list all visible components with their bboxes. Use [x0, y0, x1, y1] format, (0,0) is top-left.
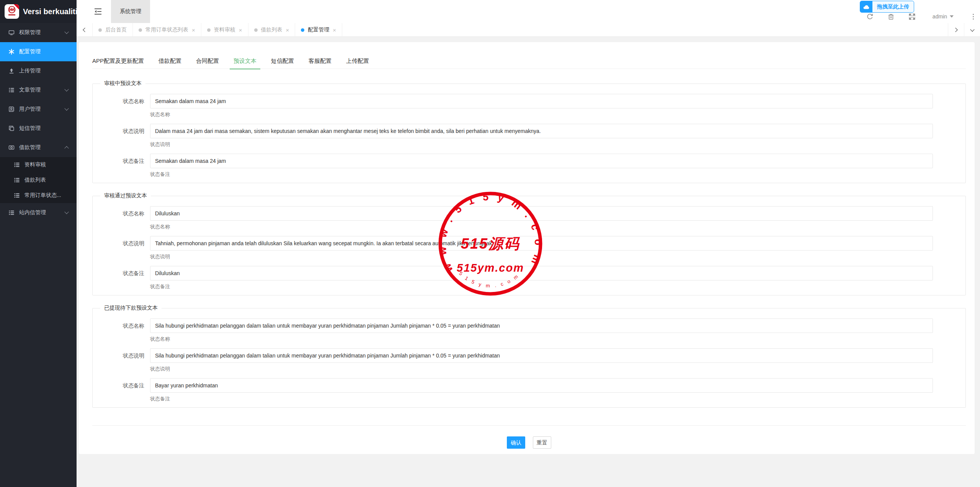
tab-loan-config[interactable]: 借款配置: [158, 53, 181, 69]
article-icon: [8, 87, 15, 93]
fullscreen-icon[interactable]: [908, 13, 916, 20]
tabs-scroll-right-button[interactable]: [948, 23, 964, 37]
field-label: 状态备注: [93, 378, 144, 402]
tab-upload-config[interactable]: 上传配置: [346, 53, 369, 69]
chevron-right-icon: [953, 28, 957, 32]
chevron-down-icon: [970, 27, 974, 31]
collapse-menu-icon[interactable]: [94, 8, 102, 15]
reset-button[interactable]: 重置: [533, 436, 551, 449]
list-icon: [14, 177, 20, 183]
ribbon-icon: [14, 4, 19, 10]
field-label: 状态备注: [93, 266, 144, 290]
tab-data-review[interactable]: 资料审核 ×: [201, 23, 248, 36]
fieldset-legend: 已提现待下款预设文本: [100, 305, 162, 312]
sidebar-item-permission[interactable]: 权限管理: [0, 23, 77, 42]
form-row: 状态名称 状态名称: [93, 206, 965, 236]
tab-customer-service-config[interactable]: 客服配置: [309, 53, 332, 69]
tab-dot-icon: [301, 28, 304, 32]
tab-loan-list[interactable]: 借款列表 ×: [248, 23, 296, 36]
sidebar-item-loan[interactable]: 借款管理: [0, 138, 77, 157]
tabs-menu-button[interactable]: [964, 23, 980, 37]
divider: [92, 425, 966, 426]
tabs-scroll-left-button[interactable]: [77, 23, 93, 37]
app-title: Versi berkualiti: [23, 7, 77, 16]
sidebar-item-label: 上传管理: [19, 67, 41, 74]
tab-dot-icon: [254, 28, 258, 32]
drag-upload-button[interactable]: 拖拽至此上传: [860, 1, 914, 13]
config-tabs: APP配置及更新配置 借款配置 合同配置 预设文本 短信配置 客服配置 上传配置: [92, 53, 966, 69]
config-card: APP配置及更新配置 借款配置 合同配置 预设文本 短信配置 客服配置 上传配置…: [79, 42, 975, 454]
sidebar-item-user[interactable]: 用户管理: [0, 100, 77, 119]
chevron-down-icon: [64, 106, 69, 110]
tab-order-status-list[interactable]: 常用订单状态列表 ×: [133, 23, 201, 36]
close-icon[interactable]: ×: [192, 27, 195, 33]
status-remark-input[interactable]: [150, 378, 933, 393]
monitor-icon: [8, 30, 15, 36]
sidebar-item-order-status[interactable]: 常用订单状态...: [0, 188, 77, 203]
tab-app-config[interactable]: APP配置及更新配置: [92, 53, 144, 69]
field-label: 状态说明: [93, 236, 144, 266]
caret-down-icon: [950, 15, 954, 18]
tab-dashboard[interactable]: 后台首页: [93, 23, 133, 36]
more-options-icon[interactable]: [970, 14, 976, 20]
sidebar-item-label: 短信管理: [19, 125, 41, 132]
field-label: 状态名称: [93, 94, 144, 124]
field-hint: 状态说明: [150, 141, 933, 148]
fieldset-withdrawn-pending: 已提现待下款预设文本 状态名称 状态名称 状态说明 状态说明: [92, 305, 966, 408]
trash-icon[interactable]: [887, 13, 895, 20]
form-row: 状态说明 状态说明: [93, 236, 965, 266]
sidebar: Versi berkualiti 权限管理 配置管理 上传管理 文章管: [0, 0, 77, 487]
refresh-icon[interactable]: [866, 13, 874, 20]
username: admin: [933, 13, 947, 20]
status-remark-input[interactable]: [150, 266, 933, 280]
top-header: 系统管理 拖拽至此上传 admin: [77, 0, 980, 23]
sidebar-item-loan-list[interactable]: 借款列表: [0, 172, 77, 188]
field-label: 状态名称: [93, 318, 144, 348]
status-description-input[interactable]: [150, 348, 933, 363]
sidebar-item-site-mail[interactable]: 站内信管理: [0, 203, 77, 222]
chevron-down-icon: [64, 30, 69, 34]
status-remark-input[interactable]: [150, 154, 933, 168]
status-name-input[interactable]: [150, 206, 933, 221]
sidebar-item-label: 用户管理: [19, 106, 41, 113]
status-name-input[interactable]: [150, 318, 933, 333]
topmenu-system-management[interactable]: 系统管理: [111, 0, 150, 23]
sidebar-item-label: 资料审核: [24, 161, 46, 168]
open-tabs: 后台首页 常用订单状态列表 × 资料审核 × 借款列表 × 配置管理 ×: [93, 23, 948, 36]
field-hint: 状态名称: [150, 112, 933, 118]
field-hint: 状态名称: [150, 224, 933, 230]
chevron-left-icon: [83, 28, 87, 32]
tab-preset-text[interactable]: 预设文本: [234, 53, 256, 69]
user-menu[interactable]: admin: [929, 13, 957, 20]
tab-contract-config[interactable]: 合同配置: [196, 53, 219, 69]
sidebar-item-article[interactable]: 文章管理: [0, 80, 77, 100]
tab-sms-config[interactable]: 短信配置: [271, 53, 294, 69]
status-name-input[interactable]: [150, 94, 933, 108]
sidebar-item-data-review[interactable]: 资料审核: [0, 157, 77, 172]
fieldset-legend: 审核通过预设文本: [100, 192, 151, 199]
app-logo: [5, 4, 19, 19]
status-description-input[interactable]: [150, 124, 933, 138]
asterisk-icon: [8, 49, 15, 55]
field-hint: 状态备注: [150, 396, 933, 402]
upload-icon: [8, 68, 15, 74]
close-icon[interactable]: ×: [286, 27, 289, 33]
status-description-input[interactable]: [150, 236, 933, 251]
tab-dot-icon: [98, 28, 102, 32]
sidebar-nav: 权限管理 配置管理 上传管理 文章管理 用户管理: [0, 23, 77, 222]
chevron-up-icon: [64, 146, 69, 150]
form-row: 状态备注 状态备注: [93, 378, 965, 402]
sidebar-item-sms[interactable]: 短信管理: [0, 119, 77, 138]
confirm-button[interactable]: 确认: [507, 436, 525, 449]
tab-config-management[interactable]: 配置管理 ×: [295, 23, 342, 36]
open-tabs-bar: 后台首页 常用订单状态列表 × 资料审核 × 借款列表 × 配置管理 ×: [77, 23, 980, 37]
field-label: 状态说明: [93, 348, 144, 378]
fieldset-under-review: 审核中预设文本 状态名称 状态名称 状态说明 状态说明 状态备: [92, 80, 966, 183]
sidebar-item-upload[interactable]: 上传管理: [0, 61, 77, 80]
close-icon[interactable]: ×: [239, 27, 242, 33]
tab-label: 配置管理: [308, 26, 329, 33]
drag-upload-label: 拖拽至此上传: [872, 3, 914, 10]
loan-submenu: 资料审核 借款列表 常用订单状态...: [0, 157, 77, 203]
close-icon[interactable]: ×: [333, 27, 336, 33]
sidebar-item-config[interactable]: 配置管理: [0, 42, 77, 61]
